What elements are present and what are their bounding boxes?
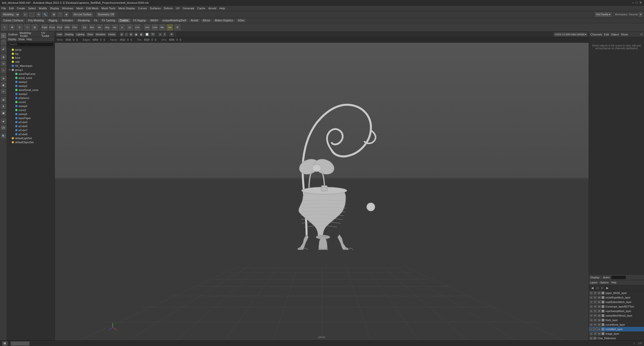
outliner-item-SK_Mannequin[interactable]: ▶SK_Mannequin [7,64,55,68]
layer-playback-image_layer[interactable]: P [593,332,597,335]
layer-render-image_layer[interactable]: R [597,332,601,335]
outliner-item-woodSmall_curve[interactable]: ▶woodSmall_curve [7,88,55,92]
layers-next-btn[interactable]: ▷ [600,286,605,290]
shelf-icon-poly-sphere[interactable]: PSph [41,24,48,31]
shelf-tab-custom[interactable]: Custom [117,18,131,23]
layer-item-ropebottommesh-layer[interactable]: VPRropeBottomMesh_layer [589,300,644,304]
edit-tab[interactable]: Edit [604,33,609,36]
select-tool-btn[interactable]: ↖ [1,33,7,39]
outliner-sub-help[interactable]: Help [27,38,32,41]
panel-resize-btn[interactable]: ⊞ [640,33,642,36]
shelf-tab-rigging[interactable]: Rigging [46,18,59,23]
layer-item-char-reference[interactable]: RChar_Reference [589,336,644,340]
shelf-tab-eniquemodelingshelf[interactable]: eniqueModelingShelf [160,18,188,23]
layer-playback-Nurb_layer[interactable]: P [593,318,597,322]
shelf-icon-combine[interactable]: Cmb [151,24,158,31]
hypershade-btn[interactable]: ◈ [1,118,7,124]
shelf-tab-xgen[interactable]: XGen [236,18,247,23]
vp-isolation[interactable]: 👁 [169,32,174,37]
move-tool-btn[interactable]: ✥ [1,54,7,60]
outliner-item-defaultObjectSet[interactable]: ▶defaultObjectSet [7,140,55,144]
layer-playback-metalBell_layer[interactable]: P [593,327,597,331]
outliner-item-pSphere1[interactable]: ▶pSphere1 [7,96,55,100]
shelf-icon-bridge[interactable]: Bri [96,24,103,31]
layer-render-curveWood_layer[interactable]: R [597,323,601,326]
shelf-tab-animation[interactable]: Animation [60,18,75,23]
mode-dropdown[interactable]: Modeling Rigging Animation [1,12,20,17]
shelf-icon-merge[interactable]: Mrg [104,24,111,31]
timeline[interactable] [11,341,630,346]
shelf-tab-mash[interactable]: MASH [148,18,160,23]
layer-render-metalBell_layer[interactable]: R [597,327,601,331]
menu-item-modify[interactable]: Modify [39,7,47,10]
user-account-btn[interactable]: Vivi Favela ▾ [594,12,612,17]
layer-item-curvewood-layer[interactable]: VPRcurveWood_layer [589,322,644,327]
vp-renderer-label[interactable]: ACES 1.0 SDR-video (sRGB) ▾ [553,32,588,37]
outliner-tab-display[interactable]: Outliner [8,33,18,36]
menu-item-generate[interactable]: Generate [183,7,194,10]
help-tab[interactable]: Help [611,281,616,284]
outliner-item-top[interactable]: ▶top [7,52,55,56]
outliner-item-defaultLightSet[interactable]: ▶defaultLightSet [7,136,55,140]
shelf-icon-scale[interactable]: ⤡ [24,24,31,31]
layer-visibility-sweepMeshWood_layer[interactable]: V [589,314,593,317]
layer-visibility-curveWood_layer[interactable]: V [589,323,593,326]
shelf-icon-poly-cube[interactable]: PCub [49,24,56,31]
layer-item-sweepmeshwood-layer[interactable]: VPRsweepMeshWood_layer [589,313,644,318]
vp-view-menu[interactable]: View [56,32,63,37]
toolbar-icon-1[interactable]: ▷ [23,12,28,17]
vp-frame-selected[interactable]: F [163,32,167,37]
layer-playback-curveWood_layer[interactable]: P [593,323,597,326]
layer-render-paper_BASE_layer[interactable]: R [597,291,601,295]
menu-item-windows[interactable]: Windows [62,7,73,10]
shelf-icon-multicut[interactable]: MC [111,24,118,31]
layer-visibility-metalBell_layer[interactable]: V [589,327,593,331]
layer-visibility-ropeBottomMesh_layer[interactable]: V [589,300,593,304]
menu-item-help[interactable]: Help [219,7,225,10]
show-manip-btn[interactable]: ⊞ [1,97,7,103]
shelf-icon-insert-loop[interactable]: IL [119,24,126,31]
shelf-icon-bevel[interactable]: Bev [89,24,96,31]
menu-item-edit[interactable]: Edit [9,7,14,10]
toolbar-icon-4[interactable]: 🔧 [42,12,48,17]
layer-render-ropeSweepMesh_layer[interactable]: R [597,309,601,313]
vp-frame-all[interactable]: A [158,32,162,37]
vp-icon-5[interactable]: ◧ [139,32,144,37]
outliner-item-sweep1[interactable]: ▶sweep1 [7,80,55,84]
minimize-button[interactable]: ─ [632,1,634,5]
soft-select-btn[interactable]: ◉ [1,82,7,88]
menu-item-select[interactable]: Select [28,7,36,10]
layer-visibility-paper_BASE_layer[interactable]: V [589,291,593,295]
shelf-icon-move[interactable]: ✥ [9,24,16,31]
render-region-btn[interactable]: ▣ [1,110,7,116]
outliner-item-sweep2[interactable]: ▶sweep2 [7,84,55,88]
menu-item-uv[interactable]: UV [176,7,180,10]
close-button[interactable]: ✕ [639,1,642,5]
outliner-item-curve1[interactable]: ▶curve1 [7,100,55,104]
channels-tab[interactable]: Channels [590,33,602,36]
layer-visibility-circleRopeMesh_layer[interactable]: V [589,296,593,299]
shelf-tab-curves-surfaces[interactable]: Curves / Surfaces [1,18,25,23]
outliner-sub-show[interactable]: Show [18,38,25,41]
layer-playback-ropeBottomMesh_layer[interactable]: P [593,300,597,304]
menu-item-edit-mesh[interactable]: Edit Mesh [86,7,98,10]
shelf-tab-arnold[interactable]: Arnold [188,18,200,23]
menu-item-curves[interactable]: Curves [138,7,147,10]
vp-camera-attrs[interactable]: 📷 [150,32,155,37]
rotate-tool-btn[interactable]: ↻ [1,61,7,67]
shelf-icon-boolean[interactable]: Bln [159,24,166,31]
shelf-icon-set-label[interactable]: Set [166,24,173,31]
outliner-tab-modeling-toolkit[interactable]: Modeling Toolkit [20,31,39,37]
shelf-icon-extrude[interactable]: Ext [81,24,88,31]
menu-item-mesh[interactable]: Mesh [76,7,83,10]
outliner-item-pCube7[interactable]: ▶pCube7 [7,128,55,132]
symmetry-btn[interactable]: Symmetry: Off [96,12,116,17]
toolbar-icon-3[interactable]: ⟲ [36,12,41,17]
vp-panels-menu[interactable]: Panels [107,32,117,37]
layer-playback-Curverope_layerBOTTom[interactable]: P [593,305,597,308]
shelf-icon-poly-plane[interactable]: PPln [64,24,71,31]
shelf-icon-universal[interactable]: ⊞ [31,24,38,31]
layer-item-image-layer[interactable]: VPRimage_layer [589,331,644,336]
workspace-dropdown[interactable]: ▾ [638,12,643,17]
menu-item-display[interactable]: Display [50,7,59,10]
